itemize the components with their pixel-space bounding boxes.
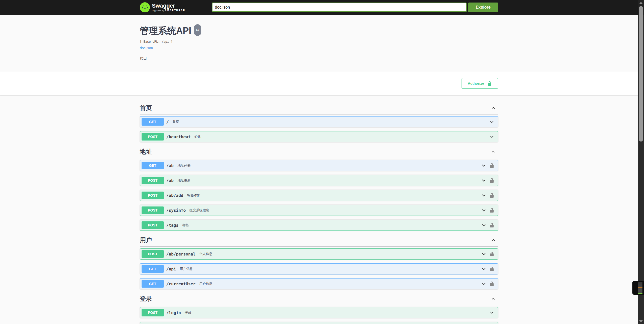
chevron-down-icon[interactable]	[481, 163, 486, 168]
operation-row[interactable]: POST /heartbeat 心跳	[140, 131, 498, 142]
page: {…} Swagger Supported bySMARTBEAR Explor…	[0, 0, 638, 324]
auth-lock-icon[interactable]	[489, 266, 494, 271]
chevron-down-icon[interactable]	[489, 119, 494, 124]
auth-lock-icon[interactable]	[489, 281, 494, 286]
api-description: 接口	[140, 56, 498, 61]
operation-row[interactable]: GET /currentUser 用户信息	[140, 278, 498, 289]
base-url: [ Base URL: /api ]	[140, 40, 498, 43]
chevron-down-icon[interactable]	[481, 281, 486, 286]
chevron-up-icon[interactable]	[491, 106, 496, 110]
section-title: 登录	[140, 295, 152, 303]
auth-lock-icon[interactable]	[489, 163, 494, 168]
operation-row[interactable]: GET / 首页	[140, 116, 498, 127]
swagger-logo-glyph: {…}	[142, 5, 148, 10]
minimap-bar	[638, 289, 642, 290]
operation-row[interactable]: POST /login 登录	[140, 307, 498, 318]
spec-url-input[interactable]	[212, 3, 467, 12]
chevron-down-icon[interactable]	[489, 134, 494, 139]
section-rows: POST /ab/personal 个人信息 GET /api 用户信息 GET…	[140, 247, 498, 289]
scroll-down-button[interactable]	[639, 320, 643, 322]
auth-lock-icon[interactable]	[489, 208, 494, 213]
logo-sub-prefix: Supported by	[152, 10, 164, 12]
scrollbar[interactable]	[638, 0, 644, 324]
spec-link[interactable]: doc.json	[140, 46, 153, 50]
section-header[interactable]: 地址	[140, 146, 498, 158]
unlocked-icon	[487, 81, 492, 86]
auth-lock-icon[interactable]	[489, 193, 494, 198]
operation-summary: 标签添加	[187, 193, 200, 198]
chevron-up-icon[interactable]	[491, 149, 496, 154]
minimap-bar	[638, 286, 642, 287]
operation-summary: 标签	[182, 223, 189, 227]
operation-row[interactable]: POST /ab/add 标签添加	[140, 190, 498, 201]
auth-lock-icon[interactable]	[489, 251, 494, 257]
minimap-bar	[638, 287, 642, 288]
api-section: 首页 GET / 首页 POST /heartbeat 心跳	[140, 102, 498, 142]
operation-path: /ab	[166, 178, 174, 183]
auth-lock-icon[interactable]	[489, 178, 494, 183]
chevron-down-icon[interactable]	[481, 251, 486, 257]
chevron-up-icon[interactable]	[491, 296, 496, 301]
section-rows: POST /login 登录 POST /login/outLogin 退出登录	[140, 305, 498, 324]
operation-summary: 地址更新	[177, 178, 191, 183]
operations: 首页 GET / 首页 POST /heartbeat 心跳 地址	[135, 95, 503, 324]
method-badge: POST	[142, 250, 164, 258]
chevron-down-icon[interactable]	[481, 193, 486, 198]
auth-lock-icon[interactable]	[489, 223, 494, 228]
operation-summary: 用户信息	[199, 282, 212, 286]
section-title: 地址	[140, 148, 152, 156]
operation-path: /ab/personal	[166, 252, 196, 257]
operation-path: /api	[166, 267, 176, 271]
operation-row[interactable]: GET /api 用户信息	[140, 263, 498, 274]
logo-title: Swagger	[152, 3, 185, 9]
section-header[interactable]: 首页	[140, 102, 498, 114]
chevron-up-icon[interactable]	[491, 238, 496, 242]
operation-row[interactable]: POST /login/outLogin 退出登录	[140, 322, 498, 324]
chevron-down-icon[interactable]	[481, 178, 486, 183]
method-badge: POST	[142, 221, 164, 229]
scroll-up-button[interactable]	[639, 2, 643, 4]
chevron-down-icon[interactable]	[489, 310, 494, 315]
operation-summary: 心跳	[194, 134, 201, 139]
chevron-down-icon[interactable]	[481, 266, 486, 271]
operation-path: /sysinfo	[166, 208, 186, 213]
swagger-logo: {…} Swagger Supported bySMARTBEAR	[140, 2, 185, 12]
operation-row[interactable]: POST /sysinfo 提交系统信息	[140, 205, 498, 216]
operation-row[interactable]: GET /ab 地址列表	[140, 160, 498, 171]
scroll-minimap[interactable]	[632, 281, 644, 295]
spec-url-form: Explore	[212, 3, 498, 12]
operation-path: /ab	[166, 163, 174, 168]
operation-row[interactable]: POST /ab/personal 个人信息	[140, 248, 498, 260]
info-section: 管理系统API 1.0 [ Base URL: /api ] doc.json …	[0, 15, 638, 72]
operation-summary: 用户信息	[180, 267, 193, 271]
minimap-bar	[638, 284, 642, 285]
operation-path: /login	[166, 310, 181, 315]
operation-path: /ab/add	[166, 193, 183, 198]
minimap-bar	[638, 283, 642, 284]
operation-path: /heartbeat	[166, 134, 191, 139]
operation-row[interactable]: POST /tags 标签	[140, 220, 498, 231]
operation-row[interactable]: POST /ab 地址更新	[140, 175, 498, 186]
explore-button[interactable]: Explore	[468, 3, 498, 12]
version-badge: 1.0	[194, 24, 201, 36]
section-header[interactable]: 用户	[140, 235, 498, 247]
method-badge: POST	[142, 309, 164, 316]
method-badge: POST	[142, 177, 164, 184]
topbar: {…} Swagger Supported bySMARTBEAR Explor…	[0, 0, 638, 15]
operation-summary: 首页	[173, 120, 179, 124]
authorize-button[interactable]: Authorize	[462, 78, 498, 89]
chevron-down-icon[interactable]	[481, 208, 486, 213]
method-badge: GET	[142, 265, 164, 273]
scrollbar-thumb[interactable]	[639, 6, 643, 142]
method-badge: POST	[142, 206, 164, 214]
method-badge: GET	[142, 280, 164, 288]
operation-summary: 登录	[185, 310, 191, 315]
section-title: 用户	[140, 236, 152, 244]
method-badge: GET	[142, 162, 164, 169]
swagger-logo-icon: {…}	[140, 2, 150, 12]
api-section: 用户 POST /ab/personal 个人信息 GET /api 用户信息	[140, 235, 498, 289]
scheme-container: Authorize	[0, 72, 638, 95]
chevron-down-icon[interactable]	[481, 223, 486, 228]
section-header[interactable]: 登录	[140, 293, 498, 305]
minimap-bar	[638, 291, 642, 292]
